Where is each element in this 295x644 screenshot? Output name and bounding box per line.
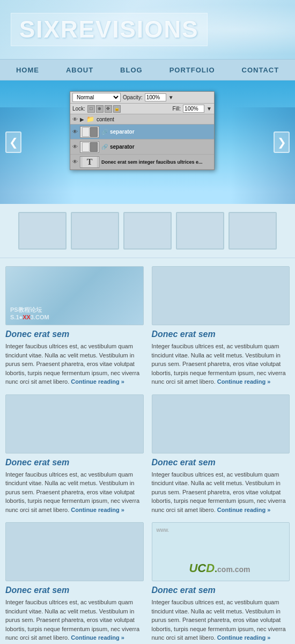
thumbnail-3[interactable] bbox=[123, 212, 172, 250]
post-3-image bbox=[5, 394, 144, 453]
post-2-text: Integer faucibus ultrices est, ac vestib… bbox=[152, 342, 290, 386]
post-2-continue[interactable]: Continue reading » bbox=[217, 378, 271, 385]
layer-thumb-2 bbox=[80, 141, 99, 153]
blend-mode-select[interactable]: Normal bbox=[72, 93, 121, 102]
ucd-d-letter: D bbox=[206, 561, 215, 575]
lock-icon-2[interactable]: ⊕ bbox=[96, 105, 104, 113]
post-3: Donec erat sem Integer faucibus ultrices… bbox=[5, 394, 144, 515]
post-6-title: Donec erat sem bbox=[152, 586, 290, 595]
ps-panel-row-lock: Lock: □ ⊕ ✜ 🔒 Fill: ▼ bbox=[70, 104, 214, 114]
lock-icon-4[interactable]: 🔒 bbox=[113, 105, 121, 113]
post-5-continue[interactable]: Continue reading » bbox=[71, 634, 124, 641]
post-4-text: Integer faucibus ultrices est, ac vestib… bbox=[152, 470, 290, 515]
layer-separator-2[interactable]: 👁 🔗 separator bbox=[70, 140, 214, 155]
eye-icon-group[interactable]: 👁 bbox=[72, 116, 78, 122]
photoshop-layers-panel: Normal Opacity: ▼ Lock: □ ⊕ ✜ 🔒 Fill: ▼ … bbox=[70, 91, 215, 170]
fill-label: Fill: bbox=[173, 106, 181, 112]
ucd-watermark: UCD.com.com bbox=[189, 561, 252, 575]
fill-dropdown-icon[interactable]: ▼ bbox=[206, 106, 212, 112]
thumbnail-5[interactable] bbox=[228, 212, 277, 250]
posts-grid: PS教程论坛S.1●XX3.COM Donec erat sem Integer… bbox=[5, 266, 290, 642]
nav-item-home[interactable]: HOME bbox=[11, 63, 45, 77]
eye-icon-layer1[interactable]: 👁 bbox=[72, 129, 78, 135]
tree-decoration-right bbox=[231, 107, 295, 204]
lock-icon-3[interactable]: ✜ bbox=[105, 105, 112, 113]
post-6-image: www. UCD.com.com bbox=[152, 522, 290, 581]
thumbnail-4[interactable] bbox=[176, 212, 224, 250]
post-4: Donec erat sem Integer faucibus ultrices… bbox=[152, 394, 290, 515]
post-6: www. UCD.com.com Donec erat sem Integer … bbox=[152, 522, 290, 642]
layer-thumb-3: T bbox=[80, 156, 99, 168]
lock-icon-1[interactable]: □ bbox=[87, 105, 95, 113]
opacity-label: Opacity: bbox=[123, 94, 143, 100]
post-3-text: Integer faucibus ultrices est, ac vestib… bbox=[5, 470, 144, 515]
layer-group-header: 👁 ▶ 📁 content bbox=[70, 114, 214, 125]
chain-icon-2: 🔗 bbox=[101, 144, 108, 150]
layer-group-name: content bbox=[97, 116, 114, 122]
folder-icon-group: 📁 bbox=[86, 115, 94, 123]
layer-thumb-1 bbox=[80, 126, 99, 138]
post-3-continue[interactable]: Continue reading » bbox=[71, 507, 124, 513]
post-1-title: Donec erat sem bbox=[5, 330, 144, 339]
layer-name-3: Donec erat sem integer faucibus ultrices… bbox=[101, 159, 203, 165]
hero-slider: Normal Opacity: ▼ Lock: □ ⊕ ✜ 🔒 Fill: ▼ … bbox=[0, 80, 295, 204]
arrow-icon-group[interactable]: ▶ bbox=[80, 116, 84, 122]
post-6-text: Integer faucibus ultrices est, ac vestib… bbox=[152, 598, 290, 642]
ps-panel-row-blend: Normal Opacity: ▼ bbox=[70, 92, 214, 104]
main-content: PS教程论坛S.1●XX3.COM Donec erat sem Integer… bbox=[0, 258, 295, 644]
nav-item-blog[interactable]: BLOG bbox=[115, 63, 148, 77]
site-title: SIXREVISIONS bbox=[11, 13, 208, 46]
post-6-continue[interactable]: Continue reading » bbox=[217, 634, 271, 641]
opacity-input[interactable] bbox=[145, 93, 166, 101]
slider-arrow-left[interactable]: ❮ bbox=[5, 131, 21, 153]
eye-icon-layer2[interactable]: 👁 bbox=[72, 144, 78, 150]
slider-arrow-right[interactable]: ❯ bbox=[274, 131, 290, 153]
ucd-www-text: www. bbox=[157, 527, 169, 533]
post-1: PS教程论坛S.1●XX3.COM Donec erat sem Integer… bbox=[5, 266, 144, 386]
opacity-dropdown-icon[interactable]: ▼ bbox=[168, 94, 174, 100]
post-2: Donec erat sem Integer faucibus ultrices… bbox=[152, 266, 290, 386]
nav-item-about[interactable]: ABOUT bbox=[61, 63, 99, 77]
post-1-continue[interactable]: Continue reading » bbox=[71, 378, 124, 385]
post-5-text: Integer faucibus ultrices est, ac vestib… bbox=[5, 598, 144, 642]
post-4-continue[interactable]: Continue reading » bbox=[217, 507, 271, 513]
post-4-title: Donec erat sem bbox=[152, 458, 290, 467]
lock-label: Lock: bbox=[72, 106, 85, 112]
thumbnail-1[interactable] bbox=[18, 212, 67, 250]
post-5: Donec erat sem Integer faucibus ultrices… bbox=[5, 522, 144, 642]
thumbnail-2[interactable] bbox=[71, 212, 119, 250]
ucd-u-letter: U bbox=[189, 561, 197, 575]
layer-name-2: separator bbox=[110, 144, 135, 150]
thumbnail-row bbox=[0, 204, 295, 258]
lock-icons: □ ⊕ ✜ 🔒 bbox=[87, 105, 121, 113]
post-1-text: Integer faucibus ultrices est, ac vestib… bbox=[5, 342, 144, 386]
post-3-title: Donec erat sem bbox=[5, 458, 144, 467]
ucd-com-text: com.com bbox=[217, 565, 250, 574]
layer-name-1: separator bbox=[110, 129, 135, 135]
post-4-image bbox=[152, 394, 290, 453]
post-2-title: Donec erat sem bbox=[152, 330, 290, 339]
tree-decoration-left bbox=[0, 107, 75, 204]
main-nav: HOME ABOUT BLOG PORTFOLIO CONTACT bbox=[0, 59, 295, 80]
site-header: SIXREVISIONS bbox=[0, 0, 295, 59]
layer-text-1[interactable]: 👁 T Donec erat sem integer faucibus ultr… bbox=[70, 155, 214, 170]
layer-separator-1[interactable]: 👁 🔗 separator bbox=[70, 125, 214, 140]
fill-input[interactable] bbox=[183, 105, 204, 113]
watermark-1: PS教程论坛S.1●XX3.COM bbox=[10, 306, 49, 320]
post-5-title: Donec erat sem bbox=[5, 586, 144, 595]
ucd-c-letter: C bbox=[197, 561, 206, 575]
nav-item-contact[interactable]: CONTACT bbox=[237, 63, 285, 77]
eye-icon-layer3[interactable]: 👁 bbox=[72, 159, 78, 165]
post-2-image bbox=[152, 266, 290, 325]
post-5-image bbox=[5, 522, 144, 581]
post-1-image: PS教程论坛S.1●XX3.COM bbox=[5, 266, 144, 325]
nav-item-portfolio[interactable]: PORTFOLIO bbox=[164, 63, 220, 77]
chain-icon-1: 🔗 bbox=[101, 129, 108, 135]
